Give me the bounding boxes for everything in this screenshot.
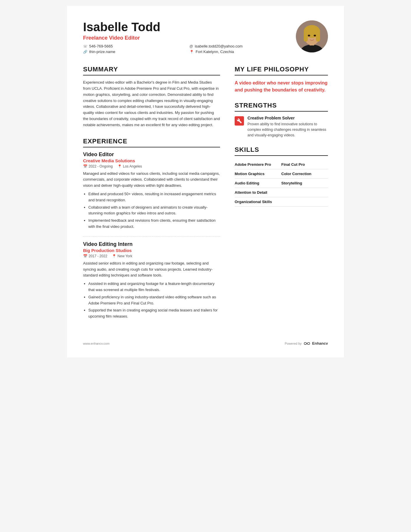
pin-icon-2: 📍: [112, 254, 116, 258]
svg-rect-6: [316, 31, 320, 42]
job-1: Video Editor Creative Media Solutions 📅 …: [83, 152, 220, 230]
strengths-title: STRENGTHS: [235, 102, 328, 112]
experience-section: EXPERIENCE Video Editor Creative Media S…: [83, 138, 220, 320]
skill-audio-editing: Audio Editing: [235, 179, 281, 188]
strength-item-1: Creative Problem Solver Proven ability t…: [235, 116, 328, 138]
header: Isabelle Todd Freelance Video Editor ☏ 5…: [83, 20, 328, 54]
location-value: Fort Katelynn, Czechia: [196, 50, 234, 54]
strength-content-1: Creative Problem Solver Proven ability t…: [247, 116, 328, 138]
job-1-bullets: Edited and produced 50+ videos, resultin…: [83, 191, 220, 230]
footer-brand: Powered by Enhancv: [285, 341, 328, 346]
skills-title: SKILLS: [235, 146, 328, 156]
calendar-icon: 📅: [83, 164, 87, 168]
job-2-desc: Assisted senior editors in editing and o…: [83, 260, 220, 279]
website-value: thin-prize.name: [89, 50, 115, 54]
summary-section: SUMMARY Experienced video editor with a …: [83, 66, 220, 128]
svg-point-8: [314, 35, 316, 36]
footer: www.enhancv.com Powered by Enhancv: [83, 338, 328, 346]
summary-text: Experienced video editor with a Bachelor…: [83, 80, 220, 128]
calendar-icon-2: 📅: [83, 254, 87, 258]
job-2-location: 📍 New York: [112, 254, 132, 258]
skill-final-cut: Final Cut Pro: [281, 160, 328, 169]
skills-section: SKILLS Adobe Premiere Pro Final Cut Pro …: [235, 146, 328, 207]
skill-organizational: Organizational Skills: [235, 197, 328, 207]
powered-by-label: Powered by: [285, 342, 302, 345]
skill-storytelling: Storytelling: [281, 179, 328, 188]
avatar: [296, 20, 328, 52]
job-1-bullet-1: Edited and produced 50+ videos, resultin…: [88, 191, 220, 203]
job-2-bullets: Assisted in editing and organizing foota…: [83, 281, 220, 320]
skill-attention-detail: Attention to Detail: [235, 188, 328, 197]
location-contact: 📍 Fort Katelynn, Czechia: [189, 50, 287, 54]
pin-icon: 📍: [117, 164, 122, 168]
job-2-bullet-2: Gained proficiency in using industry-sta…: [88, 294, 220, 306]
job-1-bullet-3: Implemented feedback and revisions from …: [88, 218, 220, 230]
enhancv-logo-icon: [303, 341, 310, 346]
contact-grid: ☏ 546-769-5665 @ isabelle.todd20@yahoo.c…: [83, 44, 287, 54]
header-left: Isabelle Todd Freelance Video Editor ☏ 5…: [83, 20, 287, 54]
phone-icon: ☏: [83, 44, 87, 48]
phone-value: 546-769-5665: [89, 44, 113, 48]
candidate-title: Freelance Video Editor: [83, 35, 287, 41]
skill-adobe-premiere: Adobe Premiere Pro: [235, 160, 281, 169]
skill-motion-graphics: Motion Graphics: [235, 169, 281, 179]
svg-rect-5: [304, 31, 308, 42]
job-1-period: 📅 2022 - Ongoing: [83, 164, 113, 168]
enhancv-brand-name: Enhancv: [312, 341, 328, 346]
skills-grid: Adobe Premiere Pro Final Cut Pro Motion …: [235, 160, 328, 207]
job-2-title: Video Editing Intern: [83, 241, 220, 247]
job-1-meta: 📅 2022 - Ongoing 📍 Los Angeles: [83, 164, 220, 168]
link-icon: 🔗: [83, 50, 87, 54]
resume-page: Isabelle Todd Freelance Video Editor ☏ 5…: [67, 6, 344, 357]
job-2-company: Big Production Studios: [83, 248, 220, 253]
strength-1-title: Creative Problem Solver: [247, 116, 328, 120]
strength-1-desc: Proven ability to find innovative soluti…: [247, 121, 328, 138]
location-icon: 📍: [189, 50, 194, 54]
skill-color-correction: Color Correction: [281, 169, 328, 179]
summary-title: SUMMARY: [83, 66, 220, 75]
main-content: SUMMARY Experienced video editor with a …: [83, 66, 328, 326]
experience-title: EXPERIENCE: [83, 138, 220, 147]
job-2-bullet-3: Supported the team in creating engaging …: [88, 307, 220, 320]
website-contact: 🔗 thin-prize.name: [83, 50, 181, 54]
job-2-meta: 📅 2017 - 2022 📍 New York: [83, 254, 220, 258]
phone-contact: ☏ 546-769-5665: [83, 44, 181, 48]
candidate-name: Isabelle Todd: [83, 20, 287, 34]
philosophy-text: A video editor who never stops improving…: [235, 80, 328, 94]
left-column: SUMMARY Experienced video editor with a …: [83, 66, 220, 326]
philosophy-title: MY LIFE PHILOSOPHY: [235, 66, 328, 75]
job-1-bullet-2: Collaborated with a team of designers an…: [88, 205, 220, 217]
strengths-section: STRENGTHS Creative Problem Solver Proven…: [235, 102, 328, 138]
email-icon: @: [189, 44, 193, 48]
avatar-image: [296, 20, 328, 52]
right-column: MY LIFE PHILOSOPHY A video editor who ne…: [235, 66, 328, 326]
job-1-title: Video Editor: [83, 152, 220, 158]
job-2: Video Editing Intern Big Production Stud…: [83, 241, 220, 320]
email-value: isabelle.todd20@yahoo.com: [195, 44, 243, 48]
job-1-location: 📍 Los Angeles: [117, 164, 142, 168]
svg-point-7: [308, 35, 310, 36]
job-1-company: Creative Media Solutions: [83, 158, 220, 163]
email-contact: @ isabelle.todd20@yahoo.com: [189, 44, 287, 48]
footer-website: www.enhancv.com: [83, 342, 110, 345]
job-2-bullet-1: Assisted in editing and organizing foota…: [88, 281, 220, 293]
strength-icon: [235, 116, 244, 126]
job-1-desc: Managed and edited videos for various cl…: [83, 171, 220, 189]
philosophy-section: MY LIFE PHILOSOPHY A video editor who ne…: [235, 66, 328, 94]
job-divider: [83, 236, 220, 237]
job-2-period: 📅 2017 - 2022: [83, 254, 107, 258]
